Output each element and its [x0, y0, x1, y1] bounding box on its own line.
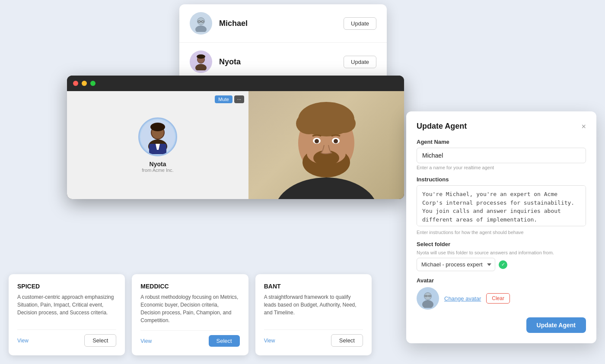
main-app-window: Mute ··· Nyota from Acme Inc.	[67, 76, 404, 199]
agent-display-name: Nyota	[150, 161, 166, 168]
bant-card: BANT A straightforward framework to qual…	[255, 274, 372, 355]
methodology-cards: SPICED A customer-centric approach empha…	[0, 274, 380, 355]
svg-point-14	[150, 123, 165, 131]
svg-point-29	[315, 139, 319, 143]
avatar-label: Avatar	[417, 277, 586, 284]
michael-name: Michael	[219, 19, 344, 28]
bant-desc: A straightforward framework to qualify l…	[264, 293, 363, 323]
nyota-circle-avatar	[138, 117, 177, 156]
close-panel-button[interactable]: ×	[581, 123, 586, 130]
clear-avatar-button[interactable]: Clear	[486, 293, 510, 304]
bant-select-button[interactable]: Select	[331, 334, 363, 347]
michael-avatar	[190, 12, 212, 35]
spiced-actions: View Select	[17, 329, 116, 347]
meddicc-actions: View Select	[140, 330, 239, 347]
dot-red	[73, 81, 78, 86]
spiced-title: SPICED	[17, 283, 116, 290]
meddicc-desc: A robust methodology focusing on Metrics…	[140, 293, 239, 324]
agent-row-nyota: Nyota Update	[179, 43, 387, 81]
agent-name-label: Agent Name	[417, 139, 586, 145]
update-agent-panel: Update Agent × Agent Name Enter a name f…	[406, 111, 596, 343]
nyota-update-button[interactable]: Update	[344, 56, 376, 68]
avatar-group: Avatar Change avatar Clear	[417, 277, 586, 310]
meddicc-title: MEDDICC	[140, 283, 239, 290]
video-feed	[248, 91, 404, 199]
dot-yellow	[82, 81, 87, 86]
svg-point-22	[296, 113, 322, 134]
meddicc-view-link[interactable]: View	[140, 338, 152, 344]
instructions-hint: Enter instructions for how the agent sho…	[417, 230, 586, 235]
video-area: Mute ··· Nyota from Acme Inc.	[67, 91, 404, 199]
svg-point-2	[197, 18, 204, 25]
michael-update-button[interactable]: Update	[344, 17, 376, 30]
folder-row: Michael - process expert ✓	[417, 258, 586, 271]
spiced-select-button[interactable]: Select	[84, 334, 116, 347]
select-folder-group: Select folder Nyota will use this folder…	[417, 241, 586, 271]
agent-name-group: Agent Name Enter a name for your realtim…	[417, 139, 586, 170]
meddicc-select-button[interactable]: Select	[209, 335, 240, 347]
meddicc-card: MEDDICC A robust methodology focusing on…	[132, 274, 248, 355]
panel-header: Update Agent ×	[417, 122, 586, 131]
nyota-name: Nyota	[219, 57, 344, 66]
avatar-thumbnail	[417, 287, 439, 310]
bant-title: BANT	[264, 283, 363, 290]
bant-view-link[interactable]: View	[264, 338, 275, 344]
agent-name-input[interactable]	[417, 148, 586, 163]
svg-point-23	[331, 114, 356, 133]
panel-title: Update Agent	[417, 122, 467, 131]
dot-green	[90, 81, 96, 86]
update-agent-button[interactable]: Update Agent	[526, 317, 586, 333]
change-avatar-button[interactable]: Change avatar	[444, 295, 481, 302]
svg-point-30	[334, 139, 338, 143]
select-folder-label: Select folder	[417, 241, 586, 247]
mute-controls: Mute ···	[215, 95, 244, 103]
panel-footer: Update Agent	[417, 317, 586, 333]
avatar-section: Change avatar Clear	[417, 287, 586, 310]
agent-display-company: from Acme Inc.	[142, 168, 173, 173]
svg-point-1	[195, 25, 207, 32]
folder-dropdown[interactable]: Michael - process expert	[417, 258, 495, 271]
mute-button[interactable]: Mute	[215, 95, 232, 103]
instructions-textarea[interactable]: You're Michael, you're an expert on Acme…	[417, 185, 586, 226]
agent-row-michael: Michael Update	[179, 4, 387, 43]
spiced-desc: A customer-centric approach emphasizing …	[17, 293, 116, 323]
instructions-label: Instructions	[417, 176, 586, 183]
more-button[interactable]: ···	[234, 95, 244, 103]
nyota-avatar	[190, 51, 212, 73]
svg-point-7	[195, 64, 207, 70]
spiced-view-link[interactable]: View	[17, 338, 29, 344]
spiced-card: SPICED A customer-centric approach empha…	[9, 274, 125, 355]
bant-actions: View Select	[264, 329, 363, 347]
instructions-group: Instructions You're Michael, you're an e…	[417, 176, 586, 235]
svg-point-9	[197, 54, 205, 59]
svg-point-18	[274, 177, 378, 199]
folder-check-icon: ✓	[499, 260, 507, 269]
titlebar	[67, 76, 404, 91]
agent-display-panel: Mute ··· Nyota from Acme Inc.	[67, 91, 248, 199]
agents-list-window: Michael Update Nyota Update	[179, 4, 387, 81]
select-folder-hint: Nyota will use this folder to source ans…	[417, 250, 586, 255]
video-person	[253, 91, 400, 199]
agent-name-hint: Enter a name for your realtime agent	[417, 165, 586, 170]
